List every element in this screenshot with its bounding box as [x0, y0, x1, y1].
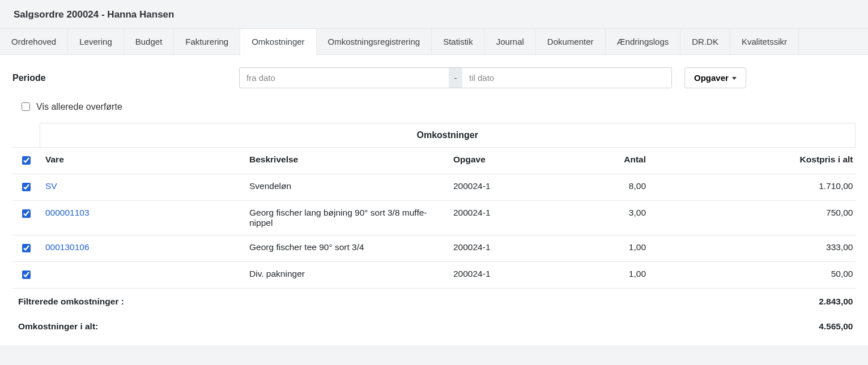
show-transferred-label[interactable]: Vis allerede overførte — [36, 102, 122, 112]
total-costs-label: Omkostninger i alt: — [12, 314, 652, 338]
caret-down-icon — [732, 77, 737, 80]
tab-omkostningsregistrering[interactable]: Omkostningsregistrering — [317, 29, 432, 54]
opgave-cell: 200024-1 — [448, 262, 561, 289]
tab-kvalitetssikr[interactable]: Kvalitetssikr — [730, 29, 799, 54]
filtered-costs-label: Filtrerede omkostninger : — [12, 289, 652, 314]
col-antal[interactable]: Antal — [561, 148, 652, 174]
show-transferred-checkbox[interactable] — [22, 102, 30, 111]
row-checkbox[interactable] — [22, 183, 31, 191]
table-group-header: Omkostninger — [40, 123, 856, 148]
tab-dokumenter[interactable]: Dokumenter — [536, 29, 606, 54]
table-row: SVSvendeløn200024-18,001.710,00 — [12, 174, 856, 201]
tab-omkostninger[interactable]: Omkostninger — [240, 29, 316, 55]
date-from-input[interactable] — [239, 67, 449, 88]
tasks-dropdown-label: Opgaver — [694, 73, 729, 83]
opgave-cell: 200024-1 — [448, 201, 561, 235]
row-checkbox[interactable] — [22, 244, 31, 252]
row-checkbox[interactable] — [22, 270, 31, 279]
tab-ordrehoved[interactable]: Ordrehoved — [0, 29, 68, 54]
antal-cell: 1,00 — [561, 262, 652, 289]
vare-link[interactable]: SV — [45, 181, 57, 191]
table-row: 000001103Georg fischer lang bøjning 90° … — [12, 201, 856, 235]
tab-ændringslogs[interactable]: Ændringslogs — [606, 29, 681, 54]
select-all-checkbox[interactable] — [22, 156, 31, 165]
beskrivelse-cell: Georg fischer tee 90° sort 3/4 — [244, 235, 448, 262]
beskrivelse-cell: Georg fischer lang bøjning 90° sort 3/8 … — [244, 201, 448, 235]
beskrivelse-cell: Svendeløn — [244, 174, 448, 201]
kostpris-cell: 1.710,00 — [652, 174, 856, 201]
vare-link[interactable]: 000130106 — [45, 242, 90, 252]
antal-cell: 1,00 — [561, 235, 652, 262]
row-checkbox[interactable] — [22, 209, 31, 218]
date-range-group: - — [239, 67, 672, 88]
filtered-costs-value: 2.843,00 — [652, 289, 856, 314]
filter-row: Periode - Opgaver — [12, 67, 856, 88]
period-label: Periode — [12, 73, 239, 83]
costs-table: Omkostninger Vare Beskrivelse Opgave Ant… — [12, 123, 856, 338]
table-row: Div. pakninger200024-11,0050,00 — [12, 262, 856, 289]
total-costs-value: 4.565,00 — [652, 314, 856, 338]
tab-budget[interactable]: Budget — [124, 29, 175, 54]
tasks-dropdown-button[interactable]: Opgaver — [684, 67, 746, 88]
tab-levering[interactable]: Levering — [68, 29, 124, 54]
table-row: 000130106Georg fischer tee 90° sort 3/42… — [12, 235, 856, 262]
show-transferred-row: Vis allerede overførte — [12, 101, 856, 113]
col-vare[interactable]: Vare — [40, 148, 244, 174]
col-opgave[interactable]: Opgave — [448, 148, 561, 174]
date-to-input[interactable] — [462, 67, 672, 88]
col-kostpris[interactable]: Kostpris i alt — [652, 148, 856, 174]
tab-statistik[interactable]: Statistik — [432, 29, 485, 54]
tab-dr.dk[interactable]: DR.DK — [680, 29, 730, 54]
antal-cell: 8,00 — [561, 174, 652, 201]
opgave-cell: 200024-1 — [448, 174, 561, 201]
kostpris-cell: 750,00 — [652, 201, 856, 235]
tab-journal[interactable]: Journal — [485, 29, 536, 54]
tab-fakturering[interactable]: Fakturering — [174, 29, 240, 54]
page-title: Salgsordre 200024 - Hanna Hansen — [0, 0, 868, 29]
date-separator: - — [449, 67, 462, 88]
col-beskrivelse[interactable]: Beskrivelse — [244, 148, 448, 174]
tab-content: Periode - Opgaver Vis allerede overførte… — [0, 55, 868, 345]
kostpris-cell: 333,00 — [652, 235, 856, 262]
kostpris-cell: 50,00 — [652, 262, 856, 289]
antal-cell: 3,00 — [561, 201, 652, 235]
tabs: OrdrehovedLeveringBudgetFaktureringOmkos… — [0, 29, 868, 55]
beskrivelse-cell: Div. pakninger — [244, 262, 448, 289]
opgave-cell: 200024-1 — [448, 235, 561, 262]
vare-link[interactable]: 000001103 — [45, 208, 90, 217]
